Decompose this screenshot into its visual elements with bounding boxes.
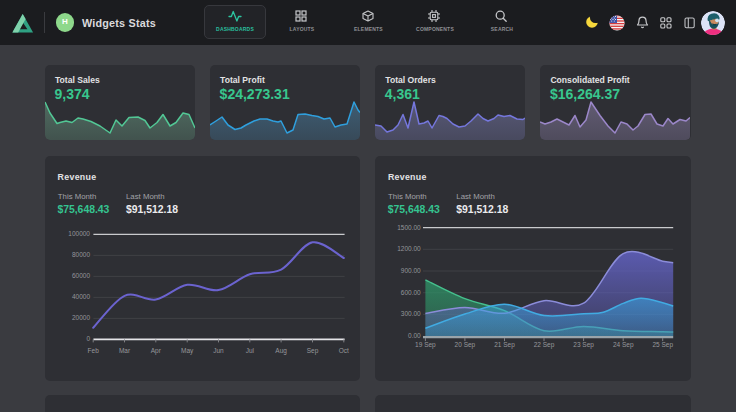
svg-text:0.00: 0.00	[408, 332, 421, 339]
svg-text:40000: 40000	[72, 293, 90, 300]
svg-text:60000: 60000	[72, 272, 90, 279]
svg-text:Feb: Feb	[88, 347, 100, 354]
svg-text:21 Sep: 21 Sep	[494, 341, 515, 349]
svg-text:1500.00: 1500.00	[397, 224, 421, 231]
svg-text:600.00: 600.00	[401, 289, 421, 296]
svg-text:19 Sep: 19 Sep	[415, 341, 436, 349]
svg-text:300.00: 300.00	[401, 310, 421, 317]
svg-text:Oct: Oct	[339, 347, 349, 354]
svg-text:22 Sep: 22 Sep	[534, 341, 555, 349]
svg-text:May: May	[181, 347, 194, 355]
svg-text:20000: 20000	[72, 314, 90, 321]
svg-text:20 Sep: 20 Sep	[455, 341, 476, 349]
svg-text:Sep: Sep	[307, 347, 319, 355]
svg-text:Jul: Jul	[246, 347, 255, 354]
svg-text:80000: 80000	[72, 251, 90, 258]
svg-text:24 Sep: 24 Sep	[613, 341, 634, 349]
svg-text:900.00: 900.00	[401, 267, 421, 274]
svg-text:Apr: Apr	[151, 347, 162, 355]
svg-text:23 Sep: 23 Sep	[574, 341, 595, 349]
svg-text:Mar: Mar	[119, 347, 131, 354]
svg-text:1200.00: 1200.00	[397, 245, 421, 252]
svg-text:Jun: Jun	[213, 347, 224, 354]
svg-text:0: 0	[86, 335, 90, 342]
svg-text:100000: 100000	[68, 230, 90, 237]
svg-text:25 Sep: 25 Sep	[653, 341, 674, 349]
svg-text:Aug: Aug	[275, 347, 287, 355]
